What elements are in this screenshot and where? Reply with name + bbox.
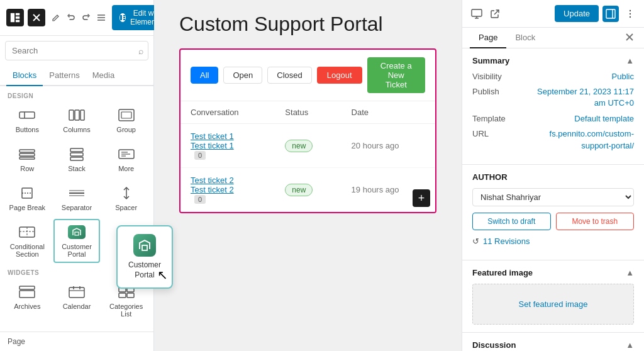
main-content: Custom Support Portal All Open Closed Lo… [154, 0, 462, 351]
block-row[interactable]: Row [4, 141, 51, 177]
summary-collapse-icon[interactable]: ▲ [626, 56, 634, 65]
block-spacer[interactable]: Spacer [103, 180, 150, 216]
featured-image-collapse-icon[interactable]: ▲ [626, 268, 634, 277]
block-separator[interactable]: Separator [53, 180, 101, 216]
menu-icon[interactable] [94, 11, 108, 25]
block-group[interactable]: Group [103, 102, 150, 138]
svg-rect-20 [19, 150, 35, 152]
buttons-label: Buttons [16, 126, 39, 133]
svg-line-54 [494, 10, 499, 14]
featured-image-header: Featured image ▲ [472, 268, 634, 277]
more-label: More [118, 165, 134, 172]
columns-icon [67, 107, 87, 123]
blocks-tabs: Blocks Patterns Media [0, 65, 153, 86]
block-columns[interactable]: Columns [53, 102, 101, 138]
stack-label: Stack [68, 165, 86, 172]
svg-rect-10 [123, 15, 125, 16]
page-canvas: Custom Support Portal All Open Closed Lo… [154, 0, 462, 351]
support-portal-block: All Open Closed Logout Create a New Tick… [179, 48, 436, 213]
svg-point-59 [630, 16, 631, 17]
filter-closed-btn[interactable]: Closed [267, 67, 311, 84]
switch-draft-btn[interactable]: Switch to draft [472, 213, 551, 230]
set-featured-label[interactable]: Set featured image [519, 299, 588, 309]
update-btn[interactable]: Update [555, 5, 599, 22]
revisions-label[interactable]: 11 Revisions [483, 237, 530, 246]
discussion-header: Discussion ▲ [472, 340, 634, 350]
svg-rect-13 [19, 112, 35, 118]
svg-rect-17 [80, 110, 84, 120]
ticket-1-date: 20 hours ago [341, 124, 435, 168]
svg-rect-48 [119, 293, 126, 298]
external-link-btn[interactable] [487, 6, 502, 21]
block-more[interactable]: More [103, 141, 150, 177]
elementor-e-icon [119, 13, 126, 22]
summary-title: Summary [472, 56, 509, 65]
svg-rect-23 [70, 148, 83, 152]
summary-section: Summary ▲ Visibility Public Publish Sept… [462, 48, 644, 165]
page-label-bottom: Page [0, 332, 153, 351]
ticket-1-cell: Test ticket 1 Test ticket 1 0 [180, 124, 275, 168]
template-row: Template Default template [472, 114, 634, 123]
ticket-1-subtitle[interactable]: Test ticket 1 [191, 141, 265, 150]
discussion-collapse-icon[interactable]: ▲ [626, 340, 634, 350]
cursor-icon: ↖ [157, 267, 168, 282]
featured-image-placeholder[interactable]: Set featured image [472, 284, 634, 325]
sidebar-active-btn[interactable] [602, 6, 619, 22]
tab-block[interactable]: Block [506, 28, 544, 48]
desktop-view-btn[interactable] [469, 6, 485, 21]
tab-media[interactable]: Media [86, 65, 121, 86]
svg-rect-50 [142, 245, 147, 250]
ticket-2-subtitle[interactable]: Test ticket 2 [191, 185, 265, 194]
tab-blocks[interactable]: Blocks [6, 65, 43, 86]
drag-tooltip-icon [133, 234, 156, 257]
svg-rect-51 [472, 9, 482, 16]
move-trash-btn[interactable]: Move to trash [556, 213, 635, 230]
close-panel-btn[interactable] [28, 9, 45, 26]
undo-btn[interactable] [64, 11, 78, 25]
group-label: Group [116, 126, 136, 133]
publish-row: Publish September 21, 2023 11:17 am UTC+… [472, 86, 634, 109]
ticket-1-title[interactable]: Test ticket 1 [191, 131, 265, 141]
drag-tooltip-label: Customer Portal [128, 260, 161, 280]
svg-rect-39 [75, 232, 79, 235]
widget-archives[interactable]: Archives [4, 279, 51, 323]
ticket-2-status-badge: new [285, 184, 313, 196]
create-ticket-btn[interactable]: Create a New Ticket [367, 57, 426, 93]
conditional-section-icon [17, 224, 37, 240]
ticket-2-status-cell: new [275, 168, 341, 212]
revisions-row[interactable]: ↺ 11 Revisions [472, 230, 634, 252]
template-value[interactable]: Default template [574, 114, 634, 123]
block-buttons[interactable]: Buttons [4, 102, 51, 138]
more-icon [116, 146, 136, 162]
block-customer-portal[interactable]: Customer Portal [53, 219, 101, 263]
table-row: Test ticket 1 Test ticket 1 0 new 20 hou… [180, 124, 435, 168]
search-input[interactable] [5, 41, 148, 60]
more-options-btn[interactable] [623, 6, 638, 21]
author-select[interactable]: Nishat Shahriyar [472, 188, 634, 206]
tab-close-btn[interactable] [623, 30, 636, 46]
block-stack[interactable]: Stack [53, 141, 101, 177]
visibility-value[interactable]: Public [612, 72, 634, 81]
add-block-btn[interactable]: + [413, 189, 430, 207]
col-status: Status [275, 101, 341, 124]
widget-calendar[interactable]: Calendar [53, 279, 101, 323]
svg-rect-1 [16, 13, 19, 16]
publish-value[interactable]: September 21, 2023 11:17 am UTC+0 [533, 86, 634, 109]
url-value[interactable]: fs.pennito.com/custom-support-portal/ [533, 128, 634, 151]
tab-page[interactable]: Page [470, 28, 506, 48]
ticket-2-title[interactable]: Test ticket 2 [191, 176, 265, 185]
ticket-2-count: 0 [194, 195, 206, 204]
author-header: AUTHOR [472, 172, 634, 182]
featured-image-section: Featured image ▲ Set featured image [462, 260, 644, 333]
portal-toolbar: All Open Closed Logout Create a New Tick… [180, 50, 435, 101]
logout-btn[interactable]: Logout [317, 67, 362, 84]
tab-patterns[interactable]: Patterns [43, 65, 86, 86]
block-conditional-section[interactable]: Conditional Section [4, 219, 51, 263]
redo-btn[interactable] [79, 11, 93, 25]
block-page-break[interactable]: Page Break [4, 180, 51, 216]
svg-rect-42 [69, 287, 84, 298]
svg-rect-3 [16, 20, 19, 23]
filter-open-btn[interactable]: Open [223, 67, 262, 84]
pencil-icon[interactable] [49, 11, 63, 25]
filter-all-btn[interactable]: All [191, 67, 218, 84]
